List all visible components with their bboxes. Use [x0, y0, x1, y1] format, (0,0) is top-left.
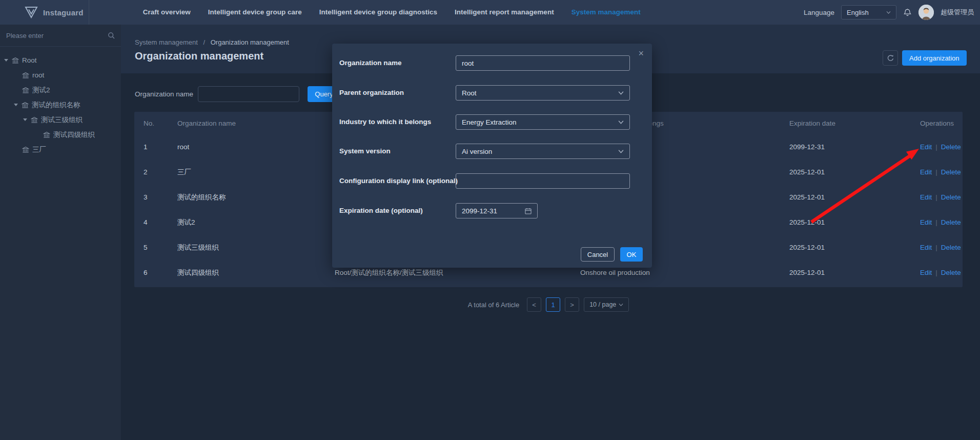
modal-field-label: Expiration date (optional)	[339, 203, 455, 218]
delete-link[interactable]: Delete	[941, 143, 961, 151]
modal-select-value: Ai version	[462, 148, 492, 155]
user-name: 超级管理员	[941, 8, 974, 17]
organization-tree: Rootroot测试2测试的组织名称测试三级组织测试四级组织三厂	[0, 47, 121, 157]
calendar-icon	[525, 208, 532, 214]
nav-item[interactable]: System management	[563, 0, 649, 25]
row-superior-organization: Root/测试的组织名称/测试三级组织	[335, 268, 580, 277]
top-navbar: Instaguard Craft overviewIntelligent dev…	[0, 0, 980, 25]
row-organization-name: 测试三级组织	[177, 243, 335, 252]
modal-field-label: Configuration display link (optional)	[339, 173, 455, 189]
row-operations: Edit|Delete	[920, 193, 963, 201]
avatar[interactable]	[918, 5, 934, 20]
nav-item[interactable]: Intelligent report management	[446, 0, 563, 25]
edit-link[interactable]: Edit	[920, 269, 932, 276]
delete-link[interactable]: Delete	[941, 218, 961, 226]
column-header: No.	[144, 119, 177, 127]
row-no: 1	[144, 143, 177, 151]
modal-input[interactable]	[456, 173, 630, 189]
row-operations: Edit|Delete	[920, 168, 963, 176]
row-no: 5	[144, 244, 177, 251]
delete-link[interactable]: Delete	[941, 168, 961, 176]
edit-link[interactable]: Edit	[920, 193, 932, 201]
refresh-button[interactable]	[883, 50, 898, 66]
add-organization-button[interactable]: Add organization	[902, 50, 967, 66]
row-operations: Edit|Delete	[920, 244, 963, 251]
modal-field-label: Parent organization	[339, 85, 455, 101]
pagination-next-button[interactable]: >	[565, 297, 579, 312]
row-organization-name: root	[177, 143, 335, 151]
operation-separator: |	[935, 218, 937, 226]
caret-down-icon[interactable]	[14, 104, 18, 106]
modal-select-value: Root	[462, 89, 477, 97]
tree-item-label: root	[32, 71, 44, 79]
edit-link[interactable]: Edit	[920, 218, 932, 226]
row-operations: Edit|Delete	[920, 269, 963, 276]
modal-select[interactable]: Root	[456, 85, 630, 101]
row-industry: Onshore oil production	[580, 269, 789, 276]
pagination-page-size-select[interactable]: 10 / page	[584, 297, 629, 312]
organization-icon	[22, 87, 29, 94]
tree-item[interactable]: root	[0, 68, 121, 83]
notification-bell-icon[interactable]	[903, 8, 912, 17]
tree-item[interactable]: Root	[0, 53, 121, 68]
organization-icon	[43, 131, 50, 138]
row-no: 4	[144, 218, 177, 226]
delete-link[interactable]: Delete	[941, 193, 961, 201]
modal-date-picker[interactable]: 2099-12-31	[456, 203, 538, 218]
row-expiration-date: 2025-12-01	[789, 168, 920, 176]
nav-item[interactable]: Intelligent device group care	[199, 0, 311, 25]
pagination-page-1[interactable]: 1	[546, 297, 560, 312]
breadcrumb-item-system-management[interactable]: System management	[135, 38, 198, 46]
organization-icon	[22, 146, 29, 153]
operation-separator: |	[935, 193, 937, 201]
organization-name-search-label: Organization name	[135, 90, 193, 98]
breadcrumb: System management / Organization managem…	[135, 38, 289, 46]
row-expiration-date: 2025-12-01	[789, 269, 920, 276]
nav-item[interactable]: Intelligent device group diagnostics	[311, 0, 446, 25]
edit-link[interactable]: Edit	[920, 168, 932, 176]
caret-down-icon[interactable]	[4, 59, 8, 62]
modal-select-value: Energy Extraction	[462, 118, 517, 126]
nav-item[interactable]: Craft overview	[134, 0, 199, 25]
page-title: Organization management	[135, 50, 263, 62]
modal-close-icon[interactable]: ×	[638, 49, 644, 58]
language-select[interactable]: English	[841, 5, 896, 19]
caret-down-icon[interactable]	[23, 118, 27, 121]
sidebar-search-input[interactable]	[6, 32, 108, 39]
delete-link[interactable]: Delete	[941, 244, 961, 251]
page-size-value: 10 / page	[589, 301, 616, 308]
breadcrumb-item-organization-management: Organization management	[211, 38, 289, 46]
tree-item[interactable]: 测试三级组织	[0, 112, 121, 127]
column-header: Operations	[920, 119, 963, 127]
nav-right: Language English 超级管理员	[804, 5, 980, 20]
organization-icon	[31, 116, 38, 124]
modal-cancel-button[interactable]: Cancel	[581, 247, 615, 262]
row-no: 3	[144, 193, 177, 201]
tree-item[interactable]: 测试四级组织	[0, 127, 121, 142]
tree-item[interactable]: 测试2	[0, 83, 121, 97]
row-organization-name: 测试2	[177, 218, 335, 227]
pagination-prev-button[interactable]: <	[527, 297, 541, 312]
delete-link[interactable]: Delete	[941, 269, 961, 276]
row-no: 2	[144, 168, 177, 176]
pagination-total: A total of 6 Article	[468, 301, 519, 309]
tree-item-label: 测试的组织名称	[32, 101, 80, 110]
edit-link[interactable]: Edit	[920, 244, 932, 251]
modal-ok-button[interactable]: OK	[620, 247, 643, 262]
tree-item[interactable]: 测试的组织名称	[0, 97, 121, 112]
search-icon	[108, 32, 115, 39]
edit-link[interactable]: Edit	[920, 143, 932, 151]
modal-select[interactable]: Ai version	[456, 144, 630, 159]
tree-item-label: 测试2	[32, 86, 50, 95]
modal-select[interactable]: Energy Extraction	[456, 114, 630, 130]
organization-icon	[22, 102, 29, 109]
row-no: 6	[144, 269, 177, 276]
tree-item[interactable]: 三厂	[0, 142, 121, 157]
modal-field-label: Industry to which it belongs	[339, 114, 455, 130]
modal-input[interactable]	[456, 55, 630, 71]
chevron-down-icon	[618, 148, 624, 155]
row-operations: Edit|Delete	[920, 218, 963, 226]
nav-menu: Craft overviewIntelligent device group c…	[134, 0, 649, 25]
organization-name-search-input[interactable]	[198, 86, 299, 102]
row-expiration-date: 2025-12-01	[789, 193, 920, 201]
